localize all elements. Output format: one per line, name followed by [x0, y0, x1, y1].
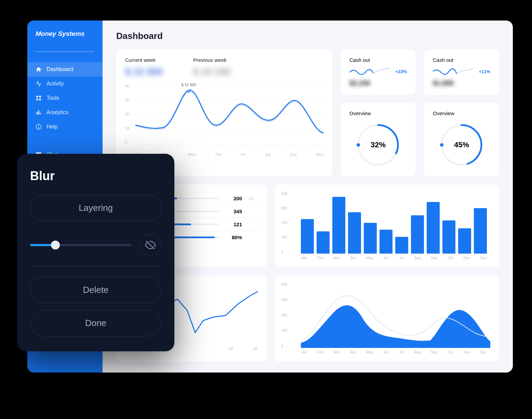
- current-week-label: Current week: [125, 57, 162, 63]
- sparkline-icon: [433, 66, 474, 77]
- chart-bar: [411, 215, 424, 254]
- monthly-bar-chart-card: 400 300 200 100 0 JanFebMarAprMayJunJulA…: [275, 185, 499, 267]
- sidebar-item-dashboard[interactable]: Dashboard: [27, 62, 103, 77]
- svg-rect-4: [37, 112, 38, 115]
- previous-week-label: Previous week: [193, 57, 230, 63]
- chart-bar: [317, 231, 330, 254]
- cashout-amount: $2,340: [349, 79, 407, 87]
- sidebar-item-label: Analytics: [46, 109, 68, 116]
- visibility-toggle-button[interactable]: [139, 234, 161, 256]
- overview-pct: 45%: [454, 140, 469, 149]
- chart-bar: [348, 212, 361, 254]
- overview-card-1: Overview 32%: [341, 103, 416, 176]
- svg-rect-6: [40, 113, 41, 115]
- bar-chart: [284, 192, 490, 254]
- area-chart: [301, 283, 490, 348]
- svg-rect-3: [39, 99, 41, 100]
- svg-point-9: [38, 128, 39, 129]
- delete-button[interactable]: Delete: [30, 277, 161, 303]
- cashout-pct: +23%: [395, 69, 407, 74]
- sidebar-item-tools[interactable]: Tools: [27, 91, 103, 105]
- overview-title: Overview: [349, 110, 407, 116]
- sidebar-item-label: Dashboard: [46, 66, 73, 72]
- progress-ring: 32%: [354, 121, 402, 169]
- chart-bar: [458, 228, 471, 254]
- sidebar-item-label: Tools: [46, 95, 59, 101]
- cashout-title: Cash out: [349, 57, 407, 63]
- slider-thumb[interactable]: [51, 241, 60, 249]
- chart-bar: [395, 237, 408, 254]
- cashout-pct: +11%: [479, 69, 490, 74]
- cashout-title: Cash out: [433, 57, 490, 63]
- sidebar-item-analytics[interactable]: Analytics: [27, 105, 103, 120]
- layering-button[interactable]: Layering: [30, 195, 161, 221]
- svg-rect-0: [36, 96, 38, 97]
- svg-point-12: [357, 143, 360, 147]
- chart-bar: [427, 202, 440, 254]
- overview-title: Overview: [433, 110, 490, 116]
- chart-bar: [301, 219, 314, 254]
- svg-rect-2: [36, 99, 38, 100]
- brand-logo: Money Systems: [36, 30, 94, 52]
- overview-pct: 32%: [371, 140, 386, 149]
- cashout-amount: $1,890: [433, 79, 490, 87]
- weekly-line-chart: 4K 3K 2K 1K 0: [125, 84, 323, 152]
- sidebar-item-help[interactable]: Help: [27, 120, 103, 134]
- peak-annotation: $ 12 300: [181, 83, 196, 87]
- overview-card-2: Overview 45%: [424, 103, 499, 176]
- grid-icon: [36, 95, 42, 101]
- svg-rect-5: [38, 110, 39, 114]
- current-week-value: $ 12 300: [125, 66, 162, 77]
- blur-panel-title: Blur: [30, 169, 161, 183]
- divider: [30, 266, 161, 267]
- monthly-area-chart-card: 400 300 200 100 0 JanFebMarAprMayJunJulA…: [275, 275, 499, 362]
- svg-point-15: [440, 143, 443, 147]
- bar-chart-icon: [36, 109, 42, 116]
- previous-week-value: $ 10 150: [193, 66, 230, 77]
- chart-bar: [364, 223, 377, 254]
- chart-bar: [474, 208, 487, 254]
- help-icon: [36, 124, 42, 130]
- done-button[interactable]: Done: [30, 310, 161, 336]
- svg-rect-1: [39, 96, 41, 97]
- chart-bar: [332, 197, 345, 254]
- activity-icon: [36, 81, 42, 87]
- progress-ring: 45%: [438, 121, 486, 169]
- chart-bar: [380, 230, 393, 254]
- home-icon: [36, 66, 42, 72]
- sidebar-item-activity[interactable]: Activity: [27, 77, 103, 91]
- cashout-card-2: Cash out +11% $1,890: [424, 50, 499, 95]
- page-title: Dashboard: [116, 31, 499, 41]
- sidebar-item-label: Help: [46, 124, 58, 130]
- blur-slider[interactable]: [30, 244, 131, 246]
- sidebar-item-label: Activity: [46, 81, 64, 87]
- blur-tool-panel: Blur Layering Delete Done: [17, 154, 174, 351]
- peak-dot: [187, 90, 190, 93]
- eye-off-icon: [145, 240, 156, 251]
- sparkline-icon: [349, 66, 390, 77]
- cashout-card-1: Cash out +23% $2,340: [341, 50, 416, 95]
- chart-bar: [442, 220, 455, 254]
